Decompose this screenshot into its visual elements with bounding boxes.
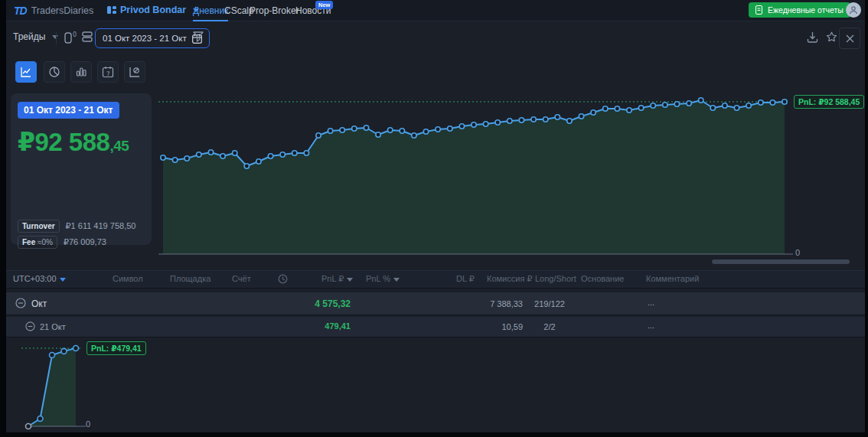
star-icon[interactable] [826, 31, 837, 43]
trades-dropdown-label: Трейды [13, 31, 45, 42]
pie-chart-icon [48, 66, 60, 78]
column-pnl-rub[interactable]: PnL ₽ [321, 274, 353, 284]
column-long-short[interactable]: Long/Short [535, 274, 576, 283]
time-chart-view-button[interactable] [124, 61, 145, 83]
app-logo[interactable]: TD TradersDiaries [14, 5, 93, 17]
workspace-icon [107, 5, 116, 15]
date-range-value: 01 Окт 2023 - 21 Окт [103, 34, 187, 43]
collapse-month-icon[interactable] [15, 298, 26, 308]
logo-text: TradersDiaries [31, 5, 94, 16]
column-pnl-pct[interactable]: PnL % [366, 274, 400, 283]
line-chart-view-button[interactable] [15, 61, 37, 83]
chart-type-switcher: 7 [6, 61, 865, 81]
month-pnl-value: 4 575,32 [286, 298, 351, 309]
svg-text:0: 0 [73, 31, 77, 38]
turnover-label: Turnover [18, 220, 60, 233]
fee-row: Fee ≈0% ₽76 009,73 [18, 236, 106, 249]
pie-chart-view-button[interactable] [44, 61, 65, 83]
calendar-view-button[interactable]: 7 [97, 61, 119, 83]
column-symbol[interactable]: Символ [113, 274, 143, 283]
month-long-short-value: 219/122 [533, 299, 566, 308]
chart-horizontal-scrollbar[interactable] [712, 259, 850, 264]
day-axis-zero-label: 0 [86, 419, 90, 429]
person-icon [849, 5, 858, 15]
column-account[interactable]: Счёт [232, 274, 251, 283]
clock-icon [278, 274, 288, 284]
month-commission-value: 7 388,33 [454, 299, 523, 308]
pnl-decimals: ,45 [109, 138, 129, 154]
chevron-down-icon [347, 278, 353, 282]
document-icon [755, 5, 764, 15]
chevron-down-icon [60, 278, 66, 282]
day-pnl-tag: PnL: ₽479,41 [86, 341, 146, 355]
fee-label: Fee ≈0% [18, 236, 57, 249]
turnover-row: Turnover ₽1 611 419 758,50 [18, 220, 135, 233]
main-pnl-tag: PnL: ₽92 588,45 [794, 95, 864, 109]
calendar-7-icon: 7 [102, 66, 114, 78]
daily-reports-button[interactable]: Ежедневные отчеты [749, 2, 850, 18]
trades-dropdown[interactable]: Трейды [13, 31, 58, 42]
column-basis[interactable]: Основание [581, 274, 624, 283]
bar-chart-view-button[interactable] [70, 61, 92, 83]
pnl-main: ₽92 588 [18, 128, 109, 156]
toolbar: Трейды 0 01 Окт 2023 - 21 Окт [6, 21, 865, 54]
pnl-summary-card: 01 Окт 2023 - 21 Окт ₽92 588,45 Turnover… [11, 93, 152, 245]
line-chart-icon [20, 66, 32, 78]
fee-sub: ≈0% [38, 238, 53, 246]
total-pnl-value: ₽92 588,45 [18, 127, 129, 157]
column-dl-rub[interactable]: DL ₽ [456, 274, 475, 284]
column-comment[interactable]: Комментарий [646, 274, 699, 283]
day-long-short-value: 2/2 [533, 322, 566, 331]
topbar: TD TradersDiaries Privod Bondar Дневник … [6, 0, 865, 21]
daily-reports-label: Ежедневные отчеты [768, 5, 844, 15]
day-pnl-value: 479,41 [286, 321, 351, 331]
bar-chart-icon [75, 66, 87, 78]
toolbar-divider [56, 32, 57, 44]
column-time clock-icon[interactable] [278, 274, 288, 284]
card-date-badge[interactable]: 01 Окт 2023 - 21 Окт [18, 102, 119, 119]
app-window: TD TradersDiaries Privod Bondar Дневник … [6, 0, 865, 432]
column-venue[interactable]: Площадка [170, 274, 210, 283]
column-commission[interactable]: Комиссия ₽ [487, 274, 532, 284]
day-commission-value: 10,59 [454, 322, 523, 331]
table-row-month[interactable]: Окт 4 575,32 7 388,33 219/122 ... [6, 292, 865, 315]
chevron-down-icon [393, 278, 400, 282]
column-timezone[interactable]: UTC+03:00 [13, 274, 66, 283]
tab-diary[interactable]: Дневник [193, 5, 228, 16]
user-avatar[interactable] [846, 2, 861, 18]
month-row-label: Окт [31, 298, 47, 309]
collapse-day-icon[interactable] [25, 321, 35, 331]
logo-icon: TD [14, 5, 27, 17]
news-new-badge: New [315, 1, 333, 9]
download-icon[interactable] [807, 31, 818, 43]
stacked-cards-icon[interactable] [81, 31, 93, 43]
month-comment-value: ... [648, 298, 654, 307]
filter-icon[interactable] [193, 31, 204, 42]
tab-prop-broker[interactable]: Prop-Broker [250, 5, 299, 16]
day-comment-value: ... [648, 321, 654, 330]
close-button[interactable] [839, 28, 860, 49]
time-chart-icon [129, 66, 141, 78]
turnover-value: ₽1 611 419 758,50 [66, 221, 136, 231]
workspace-name: Privod Bondar [120, 5, 186, 15]
main-axis-zero-label: 0 [795, 248, 800, 257]
main-equity-chart[interactable] [158, 92, 795, 255]
svg-text:7: 7 [106, 70, 110, 77]
day-row-label: 21 Окт [40, 322, 66, 331]
trades-table-header: UTC+03:00 Символ Площадка Счёт PnL ₽ PnL… [6, 270, 865, 289]
close-icon [846, 34, 854, 43]
fee-value: ₽76 009,73 [64, 237, 106, 247]
table-row-day[interactable]: 21 Окт 479,41 10,59 2/2 ... [6, 317, 865, 338]
workspace-selector[interactable]: Privod Bondar [107, 5, 199, 15]
compare-view-icon[interactable]: 0 [64, 31, 77, 44]
